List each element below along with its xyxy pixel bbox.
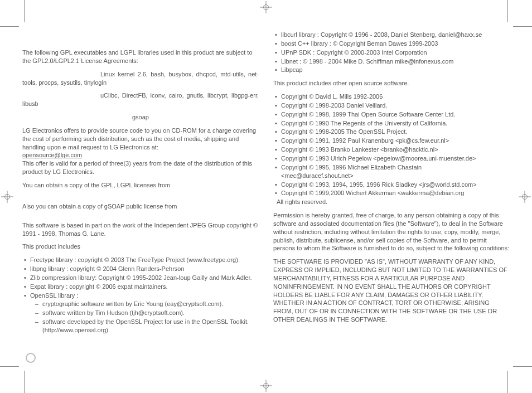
offer-validity-paragraph: This offer is valid for a period of thre…: [22, 159, 259, 176]
list-item: Copyright © 1990 The Regents of the Univ…: [273, 119, 510, 128]
included-libraries-list: Freetype library : copyright © 2003 The …: [22, 256, 259, 334]
list-item: Copyright © 1991, 1992 Paul Kranenburg <…: [273, 137, 510, 145]
list-item: boost C++ library : © Copyright Beman Da…: [273, 40, 510, 48]
document-page: The following GPL executables and LGPL l…: [0, 0, 532, 393]
registration-mark-icon: [260, 1, 272, 13]
list-item: Freetype library : copyright © 2003 The …: [22, 256, 259, 264]
list-item: Libnet : © 1998 - 2004 Mike D. Schiffman…: [273, 57, 510, 66]
includes-heading: This product includes: [22, 242, 259, 251]
gsoap-copy-paragraph: Also you can obtain a copy of gSOAP publ…: [22, 202, 259, 211]
crop-mark: [513, 366, 532, 367]
list-item: Expat library : copyright © 2006 expat m…: [22, 283, 259, 291]
text: Copyright © 1995, 1996 Michael Elizabeth…: [281, 164, 422, 171]
permission-paragraph: Permission is hereby granted, free of ch…: [273, 211, 510, 253]
text: <mec@duracef.shout.net>: [281, 172, 354, 179]
list-item: Copyright © 1993 Ulrich Pegelow <pegelow…: [273, 154, 510, 163]
text: Linux kernel 2.6, bash, busybox, dhcpcd,…: [22, 71, 259, 86]
crop-mark: [24, 0, 25, 22]
text: OpenSSL library :: [30, 292, 78, 299]
list-item: Copyright © 1998-2005 The OpenSSL Projec…: [273, 128, 510, 136]
list-item: Copyright © 1998, 1999 Thai Open Source …: [273, 110, 510, 119]
crop-mark: [0, 26, 19, 27]
list-item: software developed by the OpenSSL Projec…: [33, 318, 259, 334]
page-hole-icon: [26, 353, 36, 363]
openssl-sublist: cryptographic software written by Eric Y…: [30, 300, 259, 334]
list-item: libcurl library : Copyright © 1996 - 200…: [273, 31, 510, 39]
intro-paragraph: The following GPL executables and LGPL l…: [22, 48, 259, 65]
lgpl-libs-list: uClibc, DirectFB, iconv, cairo, gnutls, …: [22, 91, 259, 108]
left-column: The following GPL executables and LGPL l…: [22, 31, 259, 365]
list-item: Copyright © 1999,2000 Wichert Akkerman <…: [273, 189, 510, 197]
list-item: Copyright © 1995, 1996 Michael Elizabeth…: [273, 163, 510, 180]
other-copyrights-list: Copyright © David L. Mills 1992-2006 Cop…: [273, 93, 510, 197]
gpl-copy-paragraph: You can obtain a copy of the GPL, LGPL l…: [22, 181, 259, 190]
other-oss-heading: This product includes other open source …: [273, 79, 510, 88]
list-item: UPnP SDK : Copyright © 2000-2003 Intel C…: [273, 48, 510, 57]
list-item: Libpcap: [273, 66, 510, 74]
crop-mark: [513, 26, 532, 27]
list-item: cryptographic software written by Eric Y…: [33, 300, 259, 308]
all-rights-reserved: All rights reserved.: [273, 198, 510, 206]
opensource-email: opensource@lge.com: [22, 151, 259, 159]
list-item: Zlib compression library: Copyright © 19…: [22, 274, 259, 282]
top-libraries-list: libcurl library : Copyright © 1996 - 200…: [273, 31, 510, 74]
list-item: Copyright © David L. Mills 1992-2006: [273, 93, 510, 101]
source-offer-paragraph: LG Electronics offers to provide source …: [22, 127, 259, 152]
crop-mark: [507, 0, 508, 22]
registration-mark-icon: [1, 191, 13, 203]
crop-mark: [0, 366, 19, 367]
email-link: opensource@lge.com: [22, 152, 82, 158]
gpl-executables-list: Linux kernel 2.6, bash, busybox, dhcpcd,…: [22, 70, 259, 87]
crop-mark: [24, 371, 25, 393]
gsoap-label: gsoap: [22, 113, 259, 122]
list-item: Copyright © 1998-2003 Daniel Veillard.: [273, 101, 510, 110]
list-item: software written by Tim Hudson (tjh@cryp…: [33, 309, 259, 317]
list-item: Copyright © 1993, 1994, 1995, 1996 Rick …: [273, 181, 510, 189]
registration-mark-icon: [260, 380, 272, 392]
crop-mark: [507, 371, 508, 393]
registration-mark-icon: [519, 191, 531, 203]
list-item: Copyright © 1993 Branko Lankester <brank…: [273, 145, 510, 154]
disclaimer-paragraph: THE SOFTWARE IS PROVIDED "AS IS", WITHOU…: [273, 258, 510, 324]
list-item: OpenSSL library : cryptographic software…: [22, 292, 259, 334]
list-item: libpng library : copyright © 2004 Glenn …: [22, 265, 259, 273]
text: uClibc, DirectFB, iconv, cairo, gnutls, …: [22, 92, 259, 107]
jpeg-paragraph: This software is based in part on the wo…: [22, 221, 259, 238]
right-column: libcurl library : Copyright © 1996 - 200…: [273, 31, 510, 365]
